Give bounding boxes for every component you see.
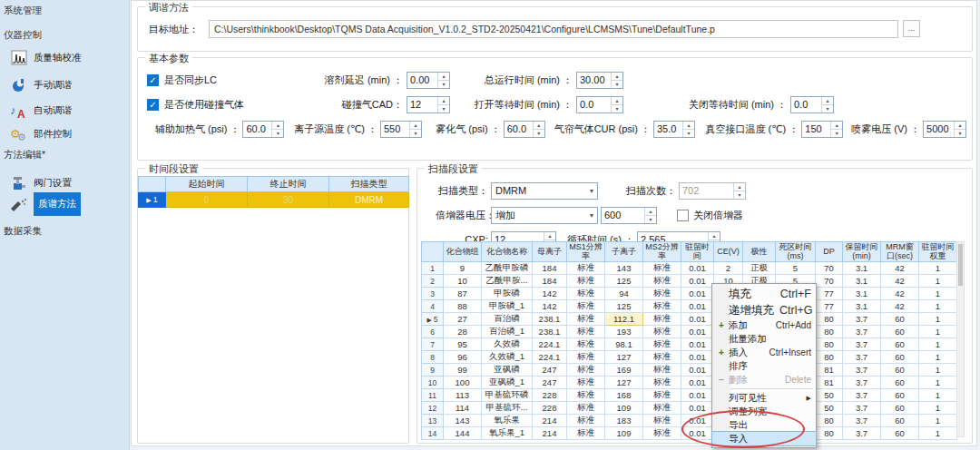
use-collision-gas-checkbox[interactable]: ✓ [147, 99, 159, 111]
cell[interactable]: 127 [605, 377, 643, 389]
cell[interactable]: 0.01 [681, 364, 714, 377]
column-header[interactable]: MRM窗口(sec) [881, 242, 919, 262]
compound-row[interactable]: 11113甲基硫环磷228标准168标准0.01503.7601 [422, 389, 957, 402]
cell[interactable]: 60 [881, 402, 919, 415]
cell[interactable]: DMRM [329, 192, 409, 208]
cell[interactable]: 标准 [567, 288, 605, 300]
column-header[interactable]: 起始时间 [166, 177, 248, 192]
compound-row[interactable]: ▶527百治磷238.1标准112.1标准0.01803.7601 [422, 313, 957, 326]
cell[interactable]: 3.7 [843, 351, 881, 364]
column-header[interactable] [139, 177, 166, 192]
cell[interactable]: 143 [605, 262, 643, 275]
cell[interactable]: 标准 [643, 326, 681, 338]
column-header[interactable]: CE(V) [714, 242, 743, 262]
cell[interactable]: 60 [881, 389, 919, 402]
cell[interactable]: 亚砜磷 [482, 364, 533, 377]
table-scrollbar[interactable] [956, 241, 965, 437]
cell[interactable]: 224.1 [533, 351, 567, 364]
column-header[interactable]: 保留时间(min) [843, 242, 881, 262]
cell[interactable]: 168 [605, 389, 643, 402]
menu-item-填充[interactable]: 填充Ctrl+F [712, 286, 816, 302]
cell[interactable]: 70 [816, 262, 843, 275]
cell[interactable]: 3.7 [843, 338, 881, 351]
menu-item-添加[interactable]: +添加Ctrl+Add [712, 318, 816, 332]
cell[interactable]: 1 [919, 377, 957, 389]
cell[interactable]: 184 [533, 275, 567, 288]
cell[interactable]: 甲胺磷 [482, 288, 533, 300]
cell[interactable]: 100 [444, 377, 482, 389]
cell[interactable]: 标准 [567, 351, 605, 364]
column-header[interactable]: 驻留时间权重 [919, 242, 957, 262]
sidebar-item-4[interactable]: ♪A自动调谐 [9, 100, 72, 122]
cell[interactable]: 3.7 [843, 313, 881, 326]
cell[interactable]: 60 [881, 338, 919, 351]
cell[interactable]: 60 [881, 377, 919, 389]
row-header[interactable]: 14 [422, 427, 444, 440]
cell[interactable]: 0.01 [681, 389, 714, 402]
cell[interactable]: 氧乐果 [482, 415, 533, 427]
cell[interactable]: 百治磷 [482, 313, 533, 326]
spinner-arrows[interactable]: ▴▾ [830, 122, 842, 137]
aux-gas-spinner[interactable]: ▴▾ [242, 121, 284, 138]
cell[interactable]: 10 [444, 275, 482, 288]
cell[interactable]: 88 [444, 300, 482, 313]
scrollbar-thumb[interactable] [958, 244, 963, 286]
row-header[interactable]: 11 [422, 389, 444, 402]
compound-row[interactable]: 387甲胺磷142标准94标准0.01773.1421 [422, 288, 957, 300]
cell[interactable]: 142 [533, 300, 567, 313]
cell[interactable]: 标准 [643, 377, 681, 389]
cell[interactable]: 1 [919, 338, 957, 351]
cell[interactable]: 0.01 [681, 377, 714, 389]
sync-lc-checkbox[interactable]: ✓ [147, 74, 159, 86]
cell[interactable]: 1 [919, 288, 957, 300]
column-header[interactable]: MS2分辨率 [643, 242, 681, 262]
cell[interactable]: 70 [816, 275, 843, 288]
menu-item-调整列宽[interactable]: 调整列宽 [712, 405, 816, 418]
cell[interactable]: 42 [881, 288, 919, 300]
compound-row[interactable]: 12114甲基硫环...228标准109标准0.01503.7601 [422, 402, 957, 415]
cell[interactable]: 3.1 [843, 288, 881, 300]
cell[interactable]: 5 [776, 262, 816, 275]
cell[interactable]: 42 [881, 275, 919, 288]
close-wait-spinner[interactable]: ▴▾ [790, 96, 834, 113]
spinner-arrows[interactable]: ▴▾ [733, 183, 745, 199]
cell[interactable]: 甲胺磷_1 [482, 300, 533, 313]
cell[interactable]: 标准 [567, 377, 605, 389]
cell[interactable]: 标准 [567, 427, 605, 440]
cell[interactable]: 142 [533, 288, 567, 300]
compound-row[interactable]: 488甲胺磷_1142标准125标准0.01773.1421 [422, 300, 957, 313]
cell[interactable]: 标准 [643, 415, 681, 427]
cell[interactable]: 标准 [567, 275, 605, 288]
cell[interactable]: 标准 [643, 313, 681, 326]
cell[interactable]: 183 [605, 415, 643, 427]
compound-row[interactable]: 210乙酰甲胺...184标准125标准0.0110正极5703.1421 [422, 275, 957, 288]
cell[interactable]: 标准 [567, 313, 605, 326]
cell[interactable]: 1 [919, 402, 957, 415]
source-temp-spinner[interactable]: ▴▾ [380, 121, 422, 138]
cell[interactable]: 2 [714, 262, 743, 275]
row-header[interactable]: 3 [422, 288, 444, 300]
cell[interactable]: 0.01 [681, 427, 714, 440]
cell[interactable]: 42 [881, 300, 919, 313]
cell[interactable]: 27 [444, 313, 482, 326]
cell[interactable]: 0.01 [681, 262, 714, 275]
spinner-arrows[interactable]: ▴▾ [271, 122, 283, 137]
row-header[interactable]: 9 [422, 364, 444, 377]
column-header[interactable]: 终止时间 [248, 177, 329, 192]
cell[interactable]: 9 [444, 262, 482, 275]
cell[interactable]: 60 [881, 351, 919, 364]
sidebar-item-7[interactable]: 阀门设置 [9, 172, 72, 194]
cell[interactable]: 久效磷_1 [482, 351, 533, 364]
nebulizer-gas-spinner[interactable]: ▴▾ [504, 121, 545, 138]
spinner-arrows[interactable]: ▴▾ [821, 97, 833, 112]
compound-row[interactable]: 896久效磷_1224.1标准127标准0.01803.7601 [422, 351, 957, 364]
row-header[interactable]: 8 [422, 351, 444, 364]
cell[interactable]: 乙酰甲胺... [482, 275, 533, 288]
cell[interactable]: 0.01 [681, 402, 714, 415]
cell[interactable]: 标准 [567, 415, 605, 427]
cell[interactable]: 125 [605, 300, 643, 313]
cell[interactable]: 1 [919, 313, 957, 326]
cell[interactable]: 1 [919, 351, 957, 364]
cell[interactable]: 114 [444, 402, 482, 415]
cell[interactable]: 228 [533, 402, 567, 415]
